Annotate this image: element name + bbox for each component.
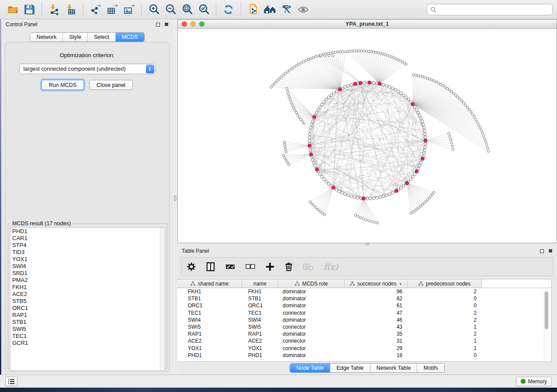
table-settings-icon[interactable] [187, 262, 196, 272]
leaf-node[interactable] [412, 74, 415, 76]
mcds-result-item[interactable]: SWI4 [10, 263, 165, 270]
network-node[interactable] [385, 84, 388, 87]
network-node[interactable] [344, 193, 346, 196]
mcds-result-item[interactable]: FKH1 [10, 284, 165, 291]
close-panel-icon[interactable]: ✖ [548, 249, 553, 253]
leaf-node[interactable] [450, 142, 453, 144]
network-node[interactable] [385, 194, 388, 196]
dominator-node[interactable] [313, 115, 316, 119]
column-header-shared-name[interactable]: shared name [177, 279, 242, 288]
network-node[interactable] [330, 94, 332, 96]
network-node[interactable] [308, 133, 311, 135]
network-node[interactable] [332, 92, 335, 94]
dominator-node[interactable] [421, 157, 425, 160]
leaf-node[interactable] [272, 84, 274, 86]
leaf-node[interactable] [288, 96, 290, 98]
network-node[interactable] [400, 92, 402, 94]
dominator-node[interactable] [411, 102, 414, 106]
network-node[interactable] [405, 96, 407, 99]
leaf-node[interactable] [313, 205, 315, 207]
dominator-node[interactable] [405, 181, 409, 185]
table-row[interactable]: STB1STB1dominator620 [177, 295, 551, 302]
leaf-node[interactable] [286, 71, 288, 73]
leaf-node[interactable] [450, 90, 453, 93]
leaf-node[interactable] [283, 141, 285, 143]
column-selector-icon[interactable] [206, 262, 215, 272]
network-node[interactable] [379, 196, 381, 198]
network-node[interactable] [407, 98, 410, 101]
table-scrollbar[interactable] [544, 290, 549, 360]
panel-menu-button[interactable] [5, 377, 17, 386]
leaf-node[interactable] [284, 146, 286, 148]
network-node[interactable] [369, 197, 372, 200]
leaf-node[interactable] [289, 99, 291, 101]
network-node[interactable] [315, 111, 318, 113]
tab-network[interactable]: Network [30, 33, 63, 41]
table-row[interactable]: YOX1YOX1connector291 [177, 345, 551, 352]
leaf-node[interactable] [476, 121, 478, 123]
leaf-node[interactable] [282, 154, 284, 156]
network-node[interactable] [382, 83, 385, 86]
network-node[interactable] [317, 108, 319, 111]
network-node[interactable] [417, 111, 419, 113]
network-node[interactable] [335, 188, 338, 191]
column-header-successor-nodes[interactable]: successor nodes∨ [345, 279, 408, 288]
leaf-node[interactable] [464, 104, 467, 106]
dominator-node[interactable] [424, 139, 427, 142]
leaf-node[interactable] [305, 59, 307, 62]
table-row[interactable]: FKH1FKH1dominator962 [177, 288, 551, 295]
refresh-button[interactable] [220, 2, 237, 17]
network-node[interactable] [308, 139, 311, 142]
delete-column-icon[interactable] [284, 262, 293, 272]
network-node[interactable] [400, 186, 402, 189]
leaf-node[interactable] [353, 50, 355, 52]
run-mcds-button[interactable]: Run MCDS [42, 80, 84, 90]
network-node[interactable] [382, 195, 385, 198]
leaf-node[interactable] [319, 210, 321, 212]
network-node[interactable] [420, 162, 422, 164]
network-node[interactable] [419, 114, 421, 117]
leaf-node[interactable] [327, 52, 329, 55]
network-node[interactable] [311, 120, 314, 123]
export-network-button[interactable] [87, 2, 104, 17]
network-node[interactable] [314, 165, 316, 167]
table-row[interactable]: SWI4SWI4dominator462 [177, 316, 551, 323]
tab-network-table[interactable]: Network Table [370, 364, 418, 372]
leaf-node[interactable] [459, 98, 461, 100]
leaf-node[interactable] [439, 83, 442, 86]
leaf-node[interactable] [288, 163, 290, 165]
leaf-node[interactable] [293, 66, 295, 68]
leaf-node[interactable] [483, 135, 485, 137]
leaf-node[interactable] [437, 82, 439, 84]
network-node[interactable] [325, 180, 328, 183]
network-node[interactable] [344, 86, 346, 88]
network-node[interactable] [388, 86, 391, 88]
leaf-node[interactable] [284, 143, 286, 145]
column-header-MCDS-role[interactable]: MCDS role [278, 279, 345, 288]
leaf-node[interactable] [431, 79, 433, 81]
leaf-node[interactable] [302, 61, 304, 63]
mcds-result-item[interactable]: STP4 [10, 242, 165, 249]
leaf-node[interactable] [377, 52, 379, 54]
leaf-node[interactable] [295, 65, 298, 67]
tab-motifs[interactable]: Motifs [417, 364, 444, 372]
leaf-node[interactable] [435, 81, 437, 83]
network-node[interactable] [363, 81, 365, 84]
mcds-result-item[interactable]: GCR1 [10, 340, 165, 347]
leaf-node[interactable] [307, 58, 309, 61]
leaf-node[interactable] [323, 213, 325, 216]
leaf-node[interactable] [300, 118, 302, 120]
export-image-button[interactable] [121, 2, 137, 17]
network-node[interactable] [356, 196, 359, 199]
leaf-node[interactable] [280, 76, 282, 78]
leaf-node[interactable] [360, 50, 363, 52]
mcds-result-list[interactable]: PHD1CAR1STP4TID3YOX1SWI4SRD1PMA2FKH1ACE2… [10, 227, 165, 371]
network-node[interactable] [309, 126, 312, 129]
leaf-node[interactable] [470, 111, 472, 113]
leaf-node[interactable] [372, 51, 374, 53]
import-network-button[interactable] [46, 2, 62, 17]
mcds-result-item[interactable]: STB1 [10, 319, 165, 326]
leaf-node[interactable] [298, 63, 300, 65]
new-network-from-file-button[interactable] [245, 2, 262, 17]
tab-edge-table[interactable]: Edge Table [330, 364, 370, 372]
